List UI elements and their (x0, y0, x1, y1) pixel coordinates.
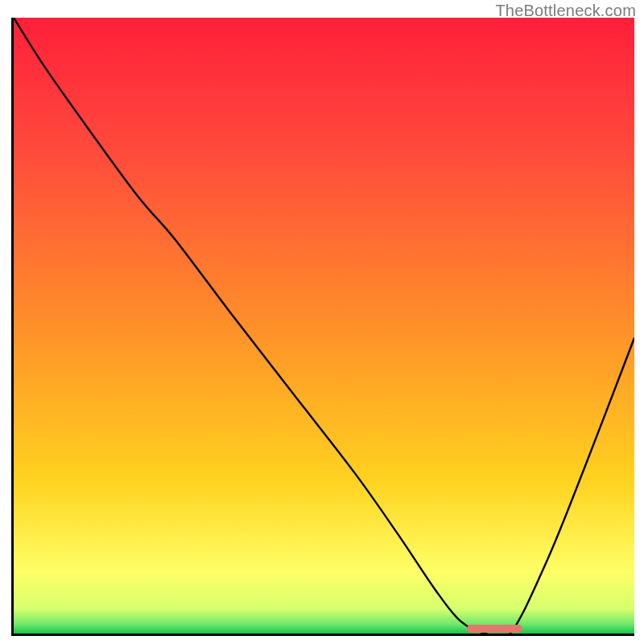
bottleneck-curve (14, 18, 634, 634)
chart-frame: TheBottleneck.com (0, 0, 644, 644)
optimum-marker (467, 625, 522, 633)
plot-area (11, 18, 634, 636)
